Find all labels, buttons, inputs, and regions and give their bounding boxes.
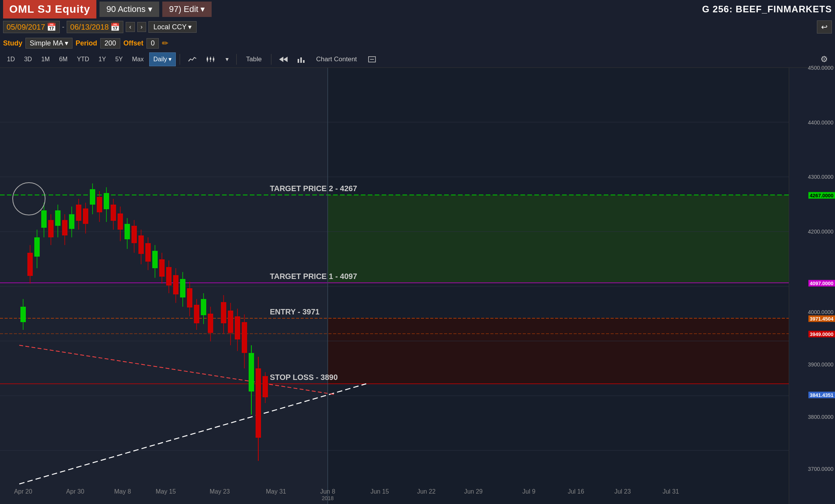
y-label-4200: 4200.0000	[808, 228, 833, 235]
svg-text:May 31: May 31	[266, 488, 286, 495]
date-from-field[interactable]: 05/09/2017 📅	[3, 21, 60, 33]
nav-forward-button[interactable]: ›	[137, 22, 146, 32]
period-1d-button[interactable]: 1D	[3, 52, 19, 66]
svg-rect-57	[104, 193, 109, 209]
fast-rewind-icon	[279, 56, 288, 63]
interval-dropdown[interactable]: Daily ▾	[149, 52, 176, 66]
svg-text:Jul 23: Jul 23	[614, 488, 631, 495]
secondary-entry-price-tag: 3949.0000	[808, 331, 835, 337]
svg-rect-83	[194, 305, 199, 323]
svg-rect-16	[328, 318, 789, 384]
actions-dropdown-icon: ▾	[148, 4, 152, 14]
svg-text:Jul 9: Jul 9	[522, 488, 535, 495]
date-to-field[interactable]: 06/13/2018 📅	[67, 21, 123, 33]
edit-button[interactable]: 97) Edit ▾	[162, 2, 212, 17]
study-bar: Study Simple MA ▾ Period 200 Offset 0 ✏	[0, 35, 835, 51]
svg-text:May 8: May 8	[114, 488, 131, 495]
svg-rect-87	[208, 314, 213, 333]
target1-price-tag: 4097.0000	[808, 280, 835, 287]
svg-text:Jun 29: Jun 29	[464, 488, 483, 495]
calendar-from-icon[interactable]: 📅	[47, 22, 56, 32]
period-6m-button[interactable]: 6M	[55, 52, 71, 66]
undo-button[interactable]: ↩	[817, 20, 832, 34]
svg-text:Jun 15: Jun 15	[370, 488, 389, 495]
svg-rect-5	[213, 58, 214, 60]
date-to-value: 06/13/2018	[70, 23, 109, 32]
svg-text:Jul 31: Jul 31	[663, 488, 679, 495]
svg-rect-73	[159, 259, 165, 277]
edit-study-icon[interactable]: ✏	[162, 39, 168, 48]
svg-rect-39	[41, 210, 47, 228]
svg-rect-61	[118, 213, 123, 230]
chart-type-dropdown-button[interactable]: ▾	[222, 52, 232, 66]
svg-rect-43	[55, 210, 61, 226]
period-ytd-button[interactable]: YTD	[73, 52, 93, 66]
svg-text:TARGET PRICE 2 - 4267: TARGET PRICE 2 - 4267	[270, 184, 357, 193]
nav-back-button[interactable]: ‹	[126, 22, 135, 32]
calendar-to-icon[interactable]: 📅	[110, 22, 120, 32]
svg-rect-35	[27, 253, 33, 276]
svg-rect-53	[90, 189, 95, 205]
date-from-value: 05/09/2017	[7, 23, 45, 32]
line-chart-icon	[188, 56, 196, 63]
svg-rect-101	[263, 376, 268, 397]
period-1m-button[interactable]: 1M	[37, 52, 54, 66]
period-max-button[interactable]: Max	[128, 52, 148, 66]
workspace-label: G 256: BEEF_FINMARKETS	[702, 4, 832, 15]
y-label-3700: 3700.0000	[808, 466, 833, 472]
ccy-field[interactable]: Local CCY ▾	[148, 21, 197, 33]
period-1y-button[interactable]: 1Y	[94, 52, 110, 66]
ticker-label: OML SJ Equity	[3, 0, 96, 18]
svg-rect-9	[300, 57, 302, 63]
period-3d-button[interactable]: 3D	[20, 52, 35, 66]
chart-main[interactable]: TARGET PRICE 2 - 4267 TARGET PRICE 1 - 4…	[0, 68, 789, 504]
y-label-4500: 4500.0000	[808, 65, 833, 71]
svg-rect-95	[242, 322, 247, 353]
ccy-dropdown-icon: ▾	[188, 23, 192, 31]
svg-rect-65	[131, 226, 137, 243]
bar-chart-icon-button[interactable]	[293, 52, 309, 66]
svg-text:2018: 2018	[322, 495, 333, 501]
svg-text:May 15: May 15	[156, 488, 176, 495]
y-axis: 4500.0000 4400.0000 4300.0000 4200.0000 …	[789, 68, 835, 504]
svg-rect-89	[221, 302, 226, 323]
actions-button[interactable]: 90 Actions ▾	[99, 2, 159, 17]
line-chart-icon-button[interactable]	[184, 52, 200, 66]
svg-text:Jul 16: Jul 16	[568, 488, 584, 495]
svg-marker-6	[283, 57, 288, 62]
period-label: Period	[76, 39, 97, 47]
chart-content-label: Chart Content	[316, 55, 357, 63]
svg-rect-97	[249, 353, 254, 391]
candlestick-chart-icon-button[interactable]	[202, 52, 220, 66]
edit-label: 97) Edit	[169, 4, 199, 14]
edit-chart-icon	[368, 56, 376, 63]
settings-gear-button[interactable]: ⚙	[816, 53, 832, 66]
date-separator: -	[62, 23, 64, 31]
offset-label: Offset	[123, 39, 143, 47]
period-value[interactable]: 200	[100, 38, 120, 49]
table-button[interactable]: Table	[241, 52, 267, 66]
svg-rect-47	[69, 214, 74, 229]
chart-content-button[interactable]: Chart Content	[311, 52, 362, 66]
svg-rect-63	[125, 224, 130, 239]
toolbar-separator-3	[271, 54, 271, 65]
svg-rect-85	[201, 299, 206, 315]
svg-rect-77	[173, 275, 178, 294]
y-label-4300: 4300.0000	[808, 174, 833, 180]
chart-wrapper: TARGET PRICE 2 - 4267 TARGET PRICE 1 - 4…	[0, 68, 835, 504]
edit-chart-icon-button[interactable]	[364, 52, 380, 66]
svg-rect-8	[298, 59, 299, 63]
interval-dropdown-icon: ▾	[168, 55, 172, 63]
svg-text:Apr 20: Apr 20	[14, 488, 32, 495]
study-select[interactable]: Simple MA ▾	[25, 38, 72, 49]
chart-canvas: TARGET PRICE 2 - 4267 TARGET PRICE 1 - 4…	[0, 68, 789, 504]
svg-rect-33	[20, 307, 26, 322]
date-bar: 05/09/2017 📅 - 06/13/2018 📅 ‹ › Local CC…	[0, 18, 835, 35]
period-5y-button[interactable]: 5Y	[111, 52, 127, 66]
top-bar: OML SJ Equity 90 Actions ▾ 97) Edit ▾ G …	[0, 0, 835, 18]
fast-rewind-icon-button[interactable]	[275, 52, 291, 66]
svg-rect-49	[76, 205, 81, 221]
svg-marker-7	[279, 57, 283, 62]
offset-value[interactable]: 0	[146, 38, 159, 49]
svg-text:Jun 8: Jun 8	[320, 488, 335, 495]
